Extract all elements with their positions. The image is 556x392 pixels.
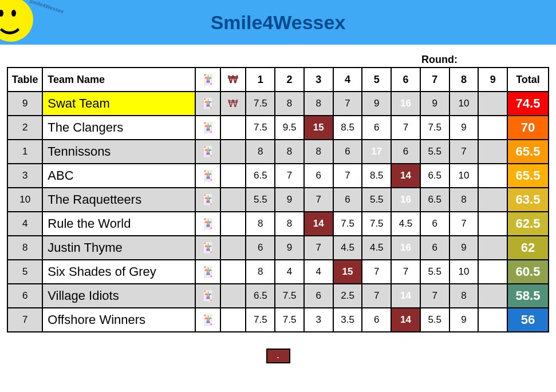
score-cell: 6 (420, 212, 449, 236)
joker-icon: 🃏 (195, 260, 220, 284)
total-cell: 65.5 (507, 140, 549, 164)
score-cell (478, 236, 507, 260)
header-table: Table (7, 68, 42, 92)
score-cell: 6 (304, 164, 333, 188)
score-cell (478, 140, 507, 164)
score-cell (478, 308, 507, 332)
team-name-cell: Offshore Winners (42, 308, 195, 332)
score-cell: 15 (304, 116, 333, 140)
score-cell: 9 (449, 116, 479, 140)
joker-icon: 🃏 (195, 308, 220, 332)
table-number-cell: 9 (7, 92, 42, 116)
score-cell: 5.5 (420, 140, 449, 164)
score-cell: 7 (362, 260, 391, 284)
team-name-cell: The Raquetteers (42, 188, 195, 212)
header-round-7: 7 (420, 68, 449, 92)
score-cell: 7.5 (246, 116, 275, 140)
score-cell: 6.5 (246, 284, 275, 308)
table-row: 4Rule the World🃏88147.57.54.56762.5 (7, 212, 549, 236)
team-name-cell: Justin Thyme (42, 236, 195, 260)
score-cell: 14 (391, 164, 420, 188)
total-cell: 60.5 (507, 260, 549, 284)
score-cell: 6 (362, 116, 391, 140)
table-number-cell: 3 (7, 164, 42, 188)
content-wrap: Round: Table Team Name 🃏 ₩ 1 2 3 4 5 6 (0, 45, 556, 369)
header-wager-icon: ₩ (220, 68, 246, 92)
table-row: 2The Clangers🃏7.59.5158.5677.5970 (7, 116, 549, 140)
table-number-cell: 5 (7, 260, 42, 284)
score-cell: 7.5 (420, 116, 449, 140)
score-cell (478, 188, 507, 212)
header-round-9: 9 (478, 68, 507, 92)
score-cell: 8 (275, 92, 304, 116)
score-cell: 5.5 (362, 188, 391, 212)
score-cell: 7 (333, 92, 362, 116)
score-cell (478, 92, 507, 116)
joker-icon: 🃏 (195, 164, 220, 188)
score-cell: 6 (246, 236, 275, 260)
score-cell: 16 (391, 92, 420, 116)
wager-icon (220, 188, 246, 212)
score-cell: 7.5 (362, 212, 391, 236)
score-cell: 7.5 (246, 92, 275, 116)
score-cell: 5.5 (420, 308, 449, 332)
header-team-name: Team Name (42, 68, 195, 92)
score-cell: 14 (304, 212, 333, 236)
score-cell: 6.5 (420, 188, 449, 212)
total-cell: 70 (507, 116, 549, 140)
score-cell: 16 (391, 236, 420, 260)
joker-icon: 🃏 (195, 92, 220, 116)
total-cell: 62 (507, 236, 549, 260)
score-cell: 8 (449, 284, 479, 308)
score-cell: 7.5 (275, 308, 304, 332)
wager-icon (220, 164, 246, 188)
score-cell: 8 (449, 188, 479, 212)
table-row: 10The Raquetteers🃏5.59765.5166.5863.5 (7, 188, 549, 212)
wager-icon (220, 236, 246, 260)
table-number-cell: 1 (7, 140, 42, 164)
score-cell (478, 212, 507, 236)
header-joker-icon: 🃏 (195, 68, 220, 92)
total-cell: 56 (507, 308, 549, 332)
score-cell: 7.5 (333, 212, 362, 236)
score-cell: 10 (449, 164, 479, 188)
score-cell: 9 (362, 92, 391, 116)
score-table: Table Team Name 🃏 ₩ 1 2 3 4 5 6 7 8 9 To… (7, 67, 549, 332)
table-row: 7Offshore Winners🃏7.57.533.56145.5956 (7, 308, 549, 332)
score-cell: 7.5 (275, 284, 304, 308)
score-cell: 8 (275, 212, 304, 236)
team-name-cell: The Clangers (42, 116, 195, 140)
header-round-6: 6 (391, 68, 420, 92)
score-cell: 6 (304, 284, 333, 308)
score-cell: 7 (275, 164, 304, 188)
team-name-cell: Swat Team (42, 92, 195, 116)
score-cell: 6 (333, 140, 362, 164)
team-name-cell: Tennissons (42, 140, 195, 164)
score-cell: 4.5 (362, 236, 391, 260)
score-cell: 3 (304, 308, 333, 332)
header-round-2: 2 (275, 68, 304, 92)
score-cell: 7 (304, 188, 333, 212)
score-cell: 8 (246, 140, 275, 164)
header-bar: Smile4Wessex Smile4Wessex (0, 0, 556, 45)
header-round-3: 3 (304, 68, 333, 92)
table-row: 8Justin Thyme🃏6974.54.5166962 (7, 236, 549, 260)
score-cell: 7 (449, 140, 479, 164)
score-cell: 7 (391, 260, 420, 284)
total-cell: 62.5 (507, 212, 549, 236)
score-cell: 7 (304, 236, 333, 260)
score-cell: 8 (246, 212, 275, 236)
score-cell: 9.5 (275, 116, 304, 140)
score-cell: 8.5 (362, 164, 391, 188)
score-cell: 2.5 (333, 284, 362, 308)
score-cell: 5.5 (246, 188, 275, 212)
score-cell: 9 (275, 236, 304, 260)
score-cell: 4 (304, 260, 333, 284)
score-cell: 8 (246, 260, 275, 284)
score-cell: 6 (362, 308, 391, 332)
joker-icon: 🃏 (195, 284, 220, 308)
score-cell: 7 (391, 116, 420, 140)
header-round-1: 1 (246, 68, 275, 92)
wager-icon (220, 140, 246, 164)
score-cell: 4.5 (333, 236, 362, 260)
